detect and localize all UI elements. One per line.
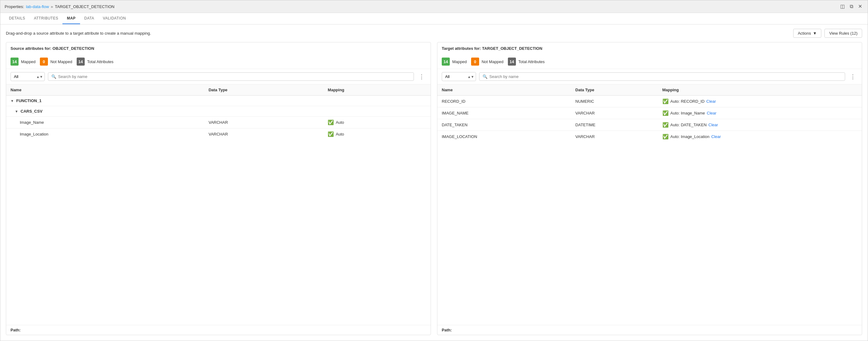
content-area: Drag-and-drop a source attribute to a ta… xyxy=(0,24,868,341)
source-col-datatype: Data Type xyxy=(204,84,323,95)
title-link[interactable]: lab-data-flow xyxy=(26,4,49,9)
title-prefix: Properties: xyxy=(5,4,24,9)
target-stats-row: 14 Mapped 0 Not Mapped 14 Total Attribut… xyxy=(437,54,862,69)
target-row-imagename-name: IMAGE_NAME xyxy=(437,107,571,119)
target-mapped-label: Mapped xyxy=(452,59,467,64)
check-circle-icon: ✅ xyxy=(662,134,669,140)
table-row: Image_Name VARCHAR ✅ Auto xyxy=(6,117,431,129)
target-search-input[interactable] xyxy=(489,74,842,79)
source-notmapped-badge: 0 xyxy=(40,58,48,65)
view-rules-label: View Rules (12) xyxy=(829,31,858,36)
clear-imagename-button[interactable]: Clear xyxy=(707,111,716,115)
target-panel: Target attributes for: TARGET_OBJECT_DET… xyxy=(437,42,862,335)
source-panel: Source attributes for: OBJECT_DETECTION … xyxy=(6,42,431,335)
source-mapped-badge: 14 xyxy=(10,58,19,65)
source-row-imagename-mapping: ✅ Auto xyxy=(323,117,431,129)
source-filter-row: All Mapped Not Mapped ▲▼ 🔍 ⋮ xyxy=(6,69,431,84)
target-row-recordid-mapping: ✅ Auto: RECORD_ID Clear xyxy=(658,95,862,107)
source-row-imageloc-type: VARCHAR xyxy=(204,129,323,140)
target-row-recordid-name: RECORD_ID xyxy=(437,95,571,107)
source-mapped-stat: 14 Mapped xyxy=(10,58,35,65)
source-table: Name Data Type Mapping ▼ FUNCTION_1 xyxy=(6,84,431,140)
target-col-mapping: Mapping xyxy=(658,84,862,95)
source-notmapped-label: Not Mapped xyxy=(51,59,72,64)
target-table-wrap: Name Data Type Mapping RECORD_ID NUMERIC xyxy=(437,84,862,325)
app-window: Properties: lab-data-flow » TARGET_OBJEC… xyxy=(0,0,868,341)
target-total-label: Total Attributes xyxy=(518,59,545,64)
source-group2-name: ▼ CARS_CSV xyxy=(6,106,431,117)
mapping-cell: ✅ Auto: Image_Location Clear xyxy=(662,134,858,140)
table-row: IMAGE_NAME VARCHAR ✅ Auto: Image_Name Cl… xyxy=(437,107,862,119)
target-mapped-badge: 14 xyxy=(442,58,450,65)
target-row-imagename-mapping: ✅ Auto: Image_Name Clear xyxy=(658,107,862,119)
table-row: ▼ CARS_CSV xyxy=(6,106,431,117)
clear-recordid-button[interactable]: Clear xyxy=(706,99,716,104)
target-notmapped-stat: 0 Not Mapped xyxy=(471,58,503,65)
target-filter-row: All Mapped Not Mapped ▲▼ 🔍 ⋮ xyxy=(437,69,862,84)
actions-button[interactable]: Actions ▼ xyxy=(793,29,822,38)
target-filter-select[interactable]: All Mapped Not Mapped xyxy=(442,72,476,81)
target-total-badge: 14 xyxy=(508,58,516,65)
target-more-button[interactable]: ⋮ xyxy=(848,73,858,81)
title-separator: » xyxy=(51,4,53,9)
clear-datetaken-button[interactable]: Clear xyxy=(709,122,718,127)
target-col-datatype: Data Type xyxy=(571,84,658,95)
source-search-input[interactable] xyxy=(58,74,410,79)
source-total-badge: 14 xyxy=(77,58,85,65)
source-search-icon: 🔍 xyxy=(51,74,56,79)
title-name: TARGET_OBJECT_DETECTION xyxy=(55,4,115,9)
target-row-imagename-type: VARCHAR xyxy=(571,107,658,119)
target-notmapped-label: Not Mapped xyxy=(482,59,503,64)
source-panel-footer: Path: xyxy=(6,325,431,335)
source-group1-name: ▼ FUNCTION_1 xyxy=(6,95,431,106)
source-col-name: Name xyxy=(6,84,204,95)
check-circle-icon: ✅ xyxy=(328,131,334,137)
table-row: RECORD_ID NUMERIC ✅ Auto: RECORD_ID Clea… xyxy=(437,95,862,107)
target-row-datetaken-type: DATETIME xyxy=(571,119,658,131)
expand-button[interactable]: ⧉ xyxy=(848,3,855,10)
source-row-imagename-type: VARCHAR xyxy=(204,117,323,129)
target-panel-footer: Path: xyxy=(437,325,862,335)
source-notmapped-stat: 0 Not Mapped xyxy=(40,58,72,65)
target-mapped-stat: 14 Mapped xyxy=(442,58,467,65)
target-panel-title: Target attributes for: TARGET_OBJECT_DET… xyxy=(437,42,862,54)
target-search-icon: 🔍 xyxy=(483,74,488,79)
title-bar: Properties: lab-data-flow » TARGET_OBJEC… xyxy=(0,0,868,13)
chevron-down-icon: ▼ xyxy=(10,99,14,103)
view-rules-button[interactable]: View Rules (12) xyxy=(825,29,862,38)
tab-map[interactable]: MAP xyxy=(62,13,80,24)
tab-details[interactable]: DETAILS xyxy=(5,13,30,24)
source-more-button[interactable]: ⋮ xyxy=(417,73,426,81)
mapping-cell: ✅ Auto: RECORD_ID Clear xyxy=(662,98,858,104)
title-bar-actions: ◫ ⧉ ✕ xyxy=(839,3,863,10)
source-total-stat: 14 Total Attributes xyxy=(77,58,114,65)
tab-attributes[interactable]: ATTRIBUTES xyxy=(30,13,63,24)
table-row: Image_Location VARCHAR ✅ Auto xyxy=(6,129,431,140)
mapping-cell: ✅ Auto xyxy=(328,119,426,125)
source-stats-row: 14 Mapped 0 Not Mapped 14 Total Attribut… xyxy=(6,54,431,69)
split-button[interactable]: ◫ xyxy=(839,3,846,10)
close-button[interactable]: ✕ xyxy=(857,3,863,10)
tab-validation[interactable]: VALIDATION xyxy=(99,13,130,24)
clear-imageloc-button[interactable]: Clear xyxy=(711,134,721,139)
target-row-imageloc-mapping: ✅ Auto: Image_Location Clear xyxy=(658,131,862,143)
mapping-cell: ✅ Auto: DATE_TAKEN Clear xyxy=(662,122,858,128)
actions-dropdown-icon: ▼ xyxy=(813,31,817,36)
target-row-datetaken-name: DATE_TAKEN xyxy=(437,119,571,131)
source-col-mapping: Mapping xyxy=(323,84,431,95)
source-filter-select[interactable]: All Mapped Not Mapped xyxy=(10,72,45,81)
target-total-stat: 14 Total Attributes xyxy=(508,58,545,65)
chevron-down-icon: ▼ xyxy=(15,110,18,113)
toolbar-buttons: Actions ▼ View Rules (12) xyxy=(793,29,862,38)
title-bar-left: Properties: lab-data-flow » TARGET_OBJEC… xyxy=(5,4,114,9)
panels-container: Source attributes for: OBJECT_DETECTION … xyxy=(0,42,868,341)
target-row-imageloc-name: IMAGE_LOCATION xyxy=(437,131,571,143)
tab-data[interactable]: DATA xyxy=(80,13,99,24)
source-row-imageloc-mapping: ✅ Auto xyxy=(323,129,431,140)
table-row: IMAGE_LOCATION VARCHAR ✅ Auto: Image_Loc… xyxy=(437,131,862,143)
actions-label: Actions xyxy=(798,31,811,36)
table-row: DATE_TAKEN DATETIME ✅ Auto: DATE_TAKEN C… xyxy=(437,119,862,131)
target-search-wrap: 🔍 xyxy=(479,73,845,81)
mapping-cell: ✅ Auto xyxy=(328,131,426,137)
source-table-wrap: Name Data Type Mapping ▼ FUNCTION_1 xyxy=(6,84,431,325)
